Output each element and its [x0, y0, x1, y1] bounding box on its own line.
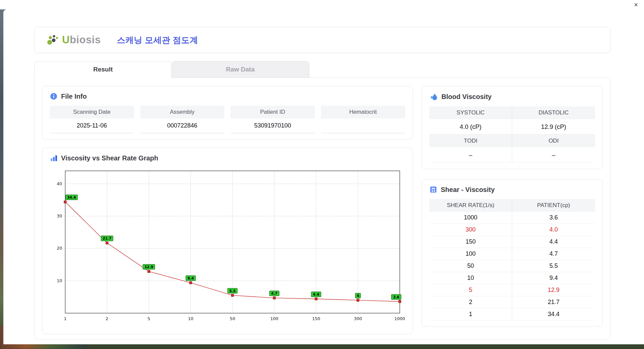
- table-row: 300 4.0: [429, 224, 595, 236]
- shear-viscosity-title: Shear - Viscosity: [441, 186, 495, 194]
- column-header: DIASTOLIC: [512, 106, 595, 119]
- shear-cell: 300: [429, 224, 512, 236]
- table-row: TODI ODI: [429, 135, 595, 147]
- chart-area: 102030401251050100150300100034.421.712.9…: [50, 165, 405, 325]
- svg-text:10: 10: [57, 278, 62, 283]
- svg-text:4.4: 4.4: [313, 292, 319, 296]
- field-label: Scanning Date: [50, 106, 134, 118]
- patient-cell: 5.5: [512, 260, 595, 272]
- file-info-field-hematocrit: Hematocrit: [321, 106, 406, 133]
- svg-text:21.7: 21.7: [103, 236, 111, 240]
- app-window: Ubiosis 스캐닝 모세관 점도계 Result Raw Data: [3, 9, 644, 344]
- tab-result[interactable]: Result: [34, 61, 172, 78]
- table-row: 4.0 (cP) 12.9 (cP): [429, 119, 595, 135]
- table-row: 10 9.4: [429, 272, 595, 284]
- svg-text:5: 5: [148, 316, 150, 321]
- column-header: SYSTOLIC: [429, 106, 512, 119]
- field-label: Assembly: [140, 106, 225, 118]
- table-row: 150 4.4: [429, 236, 595, 248]
- graph-card: Viscosity vs Shear Rate Graph 1020304012…: [42, 148, 413, 334]
- column-header: PATIENT(cp): [512, 199, 595, 212]
- field-value: 53091970100: [230, 118, 315, 133]
- header-card: Ubiosis 스캐닝 모세관 점도계: [34, 27, 610, 53]
- shear-cell: 150: [429, 236, 512, 248]
- field-value: 000722846: [140, 118, 225, 133]
- shear-cell: 1: [429, 308, 512, 320]
- shear-cell: 2: [429, 296, 512, 308]
- table-row: 1000 3.6: [429, 212, 595, 224]
- file-info-title-row: File Info: [50, 92, 405, 100]
- shear-cell: 5: [429, 284, 512, 296]
- svg-text:4.7: 4.7: [271, 291, 277, 295]
- svg-text:12.9: 12.9: [145, 265, 153, 269]
- svg-text:4: 4: [357, 294, 359, 298]
- blood-viscosity-card: Blood Viscosity SYSTOLIC DIASTOLIC 4.0 (…: [422, 86, 603, 169]
- table-header-row: SHEAR RATE(1/s) PATIENT(cp): [429, 199, 595, 212]
- shear-cell: 50: [429, 260, 512, 272]
- svg-text:300: 300: [354, 316, 362, 321]
- column-header: TODI: [429, 135, 512, 147]
- page-title: 스캐닝 모세관 점도계: [117, 35, 198, 46]
- odi-value: –: [512, 147, 595, 163]
- field-label: Patient ID: [230, 106, 315, 118]
- patient-cell: 3.6: [512, 212, 595, 224]
- logo-text-u: U: [62, 34, 70, 46]
- systolic-value: 4.0 (cP): [429, 119, 512, 135]
- svg-text:34.4: 34.4: [67, 195, 76, 199]
- blood-viscosity-title: Blood Viscosity: [441, 93, 492, 101]
- shear-cell: 10: [429, 272, 512, 284]
- calculator-icon: [429, 186, 437, 194]
- tab-bar: Result Raw Data: [34, 61, 610, 78]
- patient-cell: 34.4: [512, 308, 595, 320]
- todi-value: –: [429, 147, 512, 163]
- graph-title: Viscosity vs Shear Rate Graph: [61, 154, 158, 162]
- svg-text:50: 50: [230, 316, 235, 321]
- patient-cell: 21.7: [512, 296, 595, 308]
- svg-text:9.4: 9.4: [187, 276, 194, 280]
- bar-chart-icon: [50, 154, 58, 162]
- shear-cell: 1000: [429, 212, 512, 224]
- svg-text:40: 40: [57, 181, 62, 186]
- svg-text:30: 30: [57, 213, 62, 218]
- patient-cell: 4.0: [512, 224, 595, 236]
- patient-cell: 4.7: [512, 248, 595, 260]
- svg-text:1000: 1000: [394, 316, 405, 321]
- diastolic-value: 12.9 (cP): [512, 119, 595, 135]
- patient-cell: 4.4: [512, 236, 595, 248]
- close-icon[interactable]: ×: [633, 1, 639, 9]
- shear-cell: 100: [429, 248, 512, 260]
- titlebar: ×: [0, 0, 644, 9]
- file-info-fields: Scanning Date 2025-11-06 Assembly 000722…: [50, 106, 405, 133]
- field-value: [321, 118, 406, 133]
- table-row: 2 21.7: [429, 296, 595, 308]
- svg-text:150: 150: [312, 316, 320, 321]
- patient-cell: 12.9: [512, 284, 595, 296]
- shear-viscosity-card: Shear - Viscosity SHEAR RATE(1/s) PATIEN…: [422, 179, 603, 327]
- svg-text:3.6: 3.6: [393, 295, 399, 299]
- file-info-field-assembly: Assembly 000722846: [140, 106, 225, 133]
- svg-text:2: 2: [106, 316, 108, 321]
- file-info-card: File Info Scanning Date 2025-11-06 Assem…: [42, 86, 413, 140]
- field-label: Hematocrit: [321, 106, 406, 118]
- droplet-icon: [429, 92, 438, 101]
- table-row: SYSTOLIC DIASTOLIC: [429, 106, 595, 119]
- svg-text:100: 100: [270, 316, 278, 321]
- field-value: 2025-11-06: [50, 118, 134, 133]
- column-header: ODI: [512, 135, 595, 147]
- patient-cell: 9.4: [512, 272, 595, 284]
- file-info-title: File Info: [61, 93, 87, 100]
- logo-text: Ubiosis: [62, 34, 101, 46]
- table-row: 50 5.5: [429, 260, 595, 272]
- blood-viscosity-title-row: Blood Viscosity: [429, 92, 595, 101]
- shear-viscosity-table: SHEAR RATE(1/s) PATIENT(cp) 1000 3.6 300…: [429, 199, 595, 320]
- blood-viscosity-table: SYSTOLIC DIASTOLIC 4.0 (cP) 12.9 (cP) TO…: [429, 106, 595, 163]
- info-icon: [50, 92, 58, 100]
- left-column: File Info Scanning Date 2025-11-06 Assem…: [42, 86, 413, 334]
- svg-text:10: 10: [188, 316, 193, 321]
- logo-leaf-icon: [46, 33, 61, 47]
- page-content: Ubiosis 스캐닝 모세관 점도계 Result Raw Data: [3, 9, 644, 340]
- file-info-field-scanning-date: Scanning Date 2025-11-06: [50, 106, 134, 133]
- tab-raw-data[interactable]: Raw Data: [172, 61, 309, 78]
- file-info-field-patient-id: Patient ID 53091970100: [230, 106, 315, 133]
- result-panel: File Info Scanning Date 2025-11-06 Assem…: [34, 78, 610, 340]
